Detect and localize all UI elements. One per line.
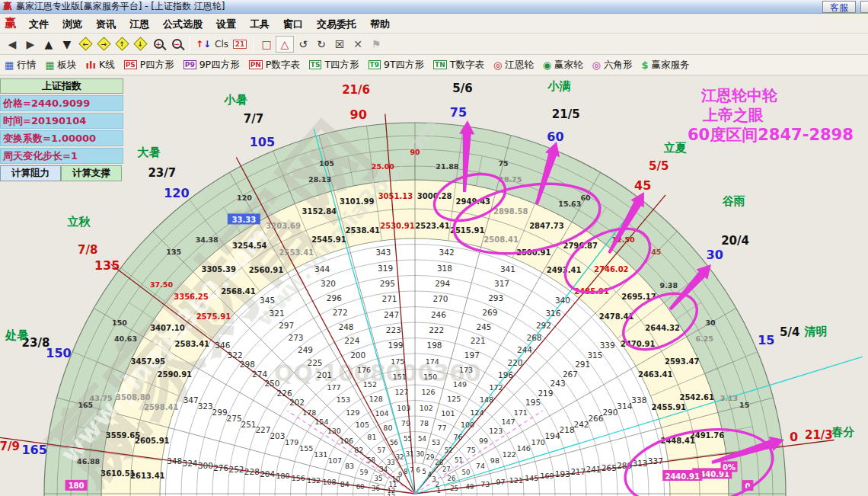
svg-text:155: 155 — [299, 444, 313, 453]
zoom-out-icon[interactable]: − — [168, 36, 186, 53]
svg-text:149: 149 — [453, 380, 467, 389]
calc-support-button[interactable]: 计算支撑 — [61, 165, 122, 181]
collapse-icon[interactable]: ✕ — [349, 36, 367, 53]
svg-text:2847.73: 2847.73 — [529, 222, 564, 230]
rotate-down-icon[interactable]: ▼ — [58, 36, 76, 53]
shift-up-icon[interactable]: ↑ — [113, 36, 131, 53]
svg-text:120: 120 — [237, 194, 252, 202]
forward-icon[interactable]: ▶ — [21, 36, 40, 53]
quotes-label: 行情 — [17, 59, 36, 72]
calendar-icon[interactable]: 21 — [231, 36, 249, 53]
rotate-cw-icon[interactable]: ↻ — [312, 36, 330, 53]
svg-text:20/4: 20/4 — [721, 234, 749, 248]
svg-text:123: 123 — [489, 427, 503, 435]
svg-text:34: 34 — [379, 466, 388, 473]
calc-resistance-button[interactable]: 计算阻力 — [0, 165, 61, 181]
forum-button[interactable]: 论坛 — [860, 1, 868, 13]
svg-text:171: 171 — [514, 408, 528, 417]
svg-text:2613.41: 2613.41 — [130, 472, 165, 480]
menu-item-江恩[interactable]: 江恩 — [123, 18, 156, 30]
svg-text:5/4: 5/4 — [780, 325, 799, 339]
svg-text:178: 178 — [302, 408, 316, 417]
svg-text:246: 246 — [431, 310, 446, 319]
svg-text:31: 31 — [406, 450, 414, 458]
svg-text:196: 196 — [498, 370, 513, 379]
svg-text:135: 135 — [94, 258, 120, 273]
svg-text:3: 3 — [432, 475, 436, 483]
annotation-line-3: 60度区间2847-2898 — [688, 125, 854, 145]
zoom-in-icon[interactable]: + — [149, 36, 168, 53]
menu-item-浏览[interactable]: 浏览 — [56, 18, 89, 30]
shift-down-icon[interactable]: ↓ — [131, 36, 149, 53]
svg-text:27: 27 — [442, 466, 451, 473]
cls-button[interactable]: Cls — [212, 36, 231, 53]
svg-text:343: 343 — [375, 248, 391, 257]
pin-icon[interactable]: ⚑ — [367, 36, 385, 53]
toolbar-item-winner-service[interactable]: $赢家服务 — [641, 59, 689, 72]
svg-text:55: 55 — [404, 435, 412, 443]
menu-item-交易委托[interactable]: 交易委托 — [310, 18, 363, 30]
toolbar-item-sectors[interactable]: ▦板块 — [45, 59, 76, 72]
svg-text:90: 90 — [410, 148, 420, 156]
toolbar-item-p-square[interactable]: PSP四方形 — [124, 59, 174, 72]
triangle-tool-icon[interactable]: △ — [276, 36, 294, 53]
svg-text:170: 170 — [531, 438, 545, 446]
svg-text:小暑: 小暑 — [224, 93, 247, 107]
toolbar-item-t-table[interactable]: TNT数字表 — [433, 59, 484, 72]
svg-text:49: 49 — [465, 483, 474, 491]
menu-item-帮助[interactable]: 帮助 — [363, 18, 397, 30]
menu-item-公式选股[interactable]: 公式选股 — [156, 18, 209, 30]
svg-text:100: 100 — [461, 421, 474, 429]
svg-text:165: 165 — [78, 401, 93, 409]
svg-text:5/6: 5/6 — [452, 82, 472, 95]
svg-text:30: 30 — [705, 318, 716, 327]
toolbar-item-p-table[interactable]: PNP数字表 — [249, 59, 300, 72]
rotate-up-icon[interactable]: ▲ — [40, 36, 58, 53]
svg-text:103: 103 — [397, 404, 410, 412]
menu-item-资讯[interactable]: 资讯 — [89, 18, 123, 30]
svg-text:15.63: 15.63 — [558, 200, 581, 208]
svg-text:75: 75 — [450, 105, 467, 120]
toolbar-item-hexagon[interactable]: ◎六角形 — [592, 59, 633, 72]
index-info-panel: 上证指数 价格=2440.9099 时间=20190104 变换系数=1.000… — [0, 78, 123, 181]
toolbar-item-quotes[interactable]: ▦行情 — [5, 59, 36, 72]
svg-text:126: 126 — [421, 388, 435, 396]
svg-text:244: 244 — [517, 345, 532, 354]
toolbar-item-9t-square[interactable]: T99T四方形 — [369, 59, 425, 72]
toolbar-item-kline[interactable]: ılıK线 — [86, 59, 115, 72]
svg-text:318: 318 — [437, 264, 452, 273]
square-tool-icon[interactable]: □ — [257, 36, 276, 53]
menu-item-工具[interactable]: 工具 — [243, 18, 276, 30]
svg-text:292: 292 — [536, 321, 551, 330]
customer-service-button[interactable]: 客服 — [822, 1, 856, 13]
svg-text:180: 180 — [69, 482, 85, 490]
svg-text:25: 25 — [450, 485, 458, 492]
svg-text:130: 130 — [327, 427, 341, 435]
svg-text:251: 251 — [241, 420, 256, 429]
sort-updown-icon[interactable]: ↑↓ — [194, 36, 212, 53]
svg-text:150: 150 — [423, 373, 437, 381]
svg-text:21.88: 21.88 — [436, 162, 458, 171]
svg-text:2523.41: 2523.41 — [415, 222, 450, 230]
svg-text:156: 156 — [292, 474, 305, 482]
back-icon[interactable]: ◀ — [3, 36, 21, 53]
rotate-ccw-icon[interactable]: ↺ — [294, 36, 312, 53]
shift-left-icon[interactable]: ← — [76, 36, 94, 53]
menu-item-设置[interactable]: 设置 — [209, 18, 243, 30]
app-logo-icon: 赢 — [5, 16, 16, 30]
menu-item-文件[interactable]: 文件 — [22, 18, 56, 30]
toolbar-item-gann-wheel[interactable]: ◎江恩轮 — [493, 59, 534, 72]
svg-text:221: 221 — [471, 336, 486, 345]
toolbar-item-9p-square[interactable]: P99P四方形 — [183, 59, 240, 72]
svg-text:2553.41: 2553.41 — [279, 248, 314, 257]
shift-right-icon[interactable]: → — [94, 36, 113, 53]
boxed-x-icon[interactable]: ☒ — [330, 36, 349, 53]
toolbar-item-winner-wheel[interactable]: ◉赢家轮 — [543, 59, 583, 72]
svg-text:2898.58: 2898.58 — [493, 207, 528, 216]
menu-items: 文件浏览资讯江恩公式选股设置工具窗口交易委托帮助 — [22, 16, 397, 31]
menu-item-窗口[interactable]: 窗口 — [276, 18, 310, 30]
toolbar-item-t-square[interactable]: TST四方形 — [309, 59, 359, 72]
svg-text:7: 7 — [410, 466, 413, 474]
svg-text:339: 339 — [600, 341, 615, 350]
svg-text:3356.25: 3356.25 — [174, 293, 209, 301]
